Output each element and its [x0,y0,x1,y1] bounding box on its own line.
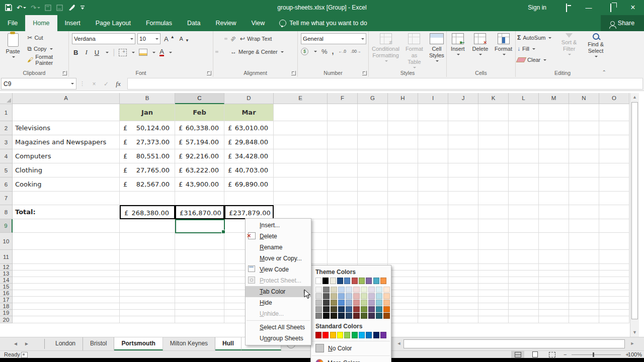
cell-I1[interactable] [418,104,448,121]
theme-variant-3-2[interactable] [338,300,345,306]
cell-D6[interactable]: £69,890.00 [224,177,274,192]
cell-B8[interactable]: £268,380.00 [120,205,175,219]
cell-H8[interactable] [388,205,418,219]
standard-color-9[interactable] [380,332,386,338]
cell-A7[interactable] [13,192,120,205]
row-header-3[interactable]: 3 [0,135,13,149]
top-align-icon[interactable] [215,38,218,40]
cell-H11[interactable] [388,250,418,264]
theme-variant-6-0[interactable] [361,287,367,293]
name-box[interactable]: C9 [1,78,76,89]
cell-A10[interactable] [13,233,120,250]
autosum-button[interactable]: ΣAutoSum [516,32,556,43]
theme-variant-2-3[interactable] [331,306,337,312]
theme-variant-3-1[interactable] [338,293,345,299]
cell-N16[interactable] [569,290,599,297]
cell-H9[interactable] [388,219,418,233]
cell-I3[interactable] [418,135,448,149]
minimize-icon[interactable]: — [578,4,600,12]
cell-C2[interactable]: £60,338.00 [175,121,224,135]
cell-G9[interactable] [358,219,388,233]
align-right-icon[interactable] [224,51,227,53]
fill-color-button[interactable] [139,49,147,56]
cell-D1[interactable]: Mar [224,104,274,121]
cell-L5[interactable] [509,163,539,177]
cell-I13[interactable] [418,270,448,277]
cell-I18[interactable] [418,303,448,310]
cell-L11[interactable] [509,250,539,264]
cell-J8[interactable] [448,205,478,219]
wrap-text-button[interactable]: ↩Wrap Text [238,33,273,44]
cell-E5[interactable] [274,163,328,177]
cell-K17[interactable] [478,297,509,303]
sheet-tab-hull[interactable]: Hull [215,337,242,350]
cell-B20[interactable] [120,316,175,323]
cell-K10[interactable] [478,233,509,250]
scroll-up-icon[interactable]: ▲ [630,93,639,102]
cell-H15[interactable] [388,284,418,290]
cell-F10[interactable] [328,233,358,250]
center-icon[interactable] [220,51,223,53]
row-header-12[interactable]: 12 [0,264,13,270]
cell-C3[interactable]: £57,194.00 [175,135,224,149]
context-menu-item-hide[interactable]: Hide [246,297,311,308]
cell-G5[interactable] [358,163,388,177]
cell-F7[interactable] [328,192,358,205]
row-header-11[interactable]: 11 [0,250,13,264]
column-header-D[interactable]: D [224,93,274,104]
cell-A6[interactable]: Cooking [13,177,120,192]
cell-O20[interactable] [599,316,629,323]
italic-button[interactable]: I [84,47,89,58]
row-header-7[interactable]: 7 [0,192,13,205]
cell-A9[interactable] [13,219,120,233]
standard-color-6[interactable] [359,332,365,338]
cell-N6[interactable] [569,177,599,192]
bottom-align-icon[interactable] [224,38,227,40]
context-menu-item-view-code[interactable]: View Code [246,264,311,275]
cell-M14[interactable] [539,277,569,284]
cell-M16[interactable] [539,290,569,297]
cell-J16[interactable] [448,290,478,297]
cell-C8[interactable]: £316,870.00 [175,205,224,219]
increase-decimal-icon[interactable]: ←.0 [338,49,346,54]
cell-M13[interactable] [539,270,569,277]
page-layout-view-icon[interactable] [528,351,541,358]
cell-J14[interactable] [448,277,478,284]
theme-variant-4-3[interactable] [346,306,352,312]
cell-F1[interactable] [328,104,358,121]
cell-K12[interactable] [478,264,509,270]
sheet-tab-london[interactable]: London [48,337,83,350]
context-menu-item-ungroup-sheets[interactable]: Ungroup Sheets [246,333,311,344]
cell-I10[interactable] [418,233,448,250]
cell-L14[interactable] [509,277,539,284]
cell-K8[interactable] [478,205,509,219]
row-header-13[interactable]: 13 [0,270,13,277]
cell-N7[interactable] [569,192,599,205]
cell-J9[interactable] [448,219,478,233]
theme-variant-2-1[interactable] [331,293,337,299]
context-menu-item-rename[interactable]: Rename [246,242,311,253]
cell-H19[interactable] [388,310,418,316]
theme-variant-6-1[interactable] [361,293,367,299]
cell-C19[interactable] [175,310,224,316]
cell-J1[interactable] [448,104,478,121]
column-header-A[interactable]: A [13,93,120,104]
cell-J5[interactable] [448,163,478,177]
cell-H16[interactable] [388,290,418,297]
cell-O9[interactable] [599,219,629,233]
font-size-combo[interactable]: 10 [137,33,160,44]
cell-C7[interactable] [175,192,224,205]
paste-button[interactable]: Paste [0,31,26,65]
cell-J13[interactable] [448,270,478,277]
theme-color-8[interactable] [373,278,379,284]
theme-variant-6-3[interactable] [361,306,367,312]
column-header-J[interactable]: J [448,93,478,104]
theme-variant-9-2[interactable] [383,300,390,306]
cell-M7[interactable] [539,192,569,205]
cell-A2[interactable]: Televisions [13,121,120,135]
standard-color-2[interactable] [330,332,336,338]
cell-N3[interactable] [569,135,599,149]
cell-F8[interactable] [328,205,358,219]
theme-color-0[interactable] [315,278,321,284]
horizontal-scrollbar[interactable]: ◄ ► [395,339,640,348]
